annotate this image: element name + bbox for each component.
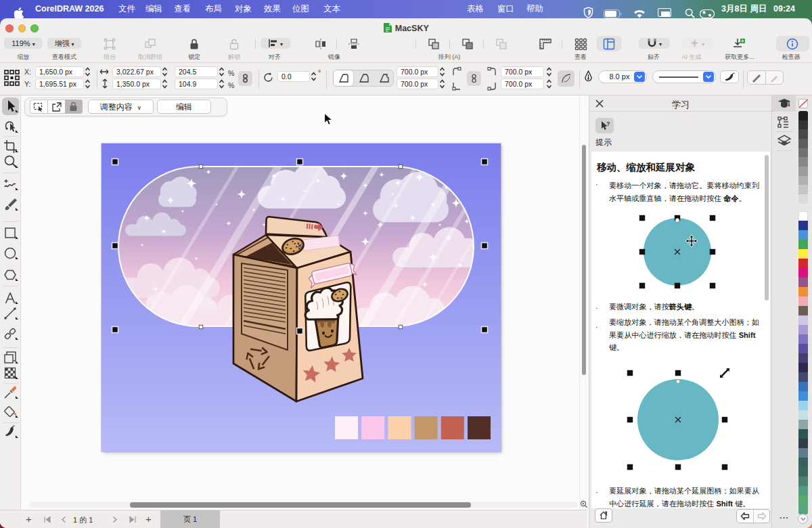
svg-text:?: ? (606, 120, 610, 127)
